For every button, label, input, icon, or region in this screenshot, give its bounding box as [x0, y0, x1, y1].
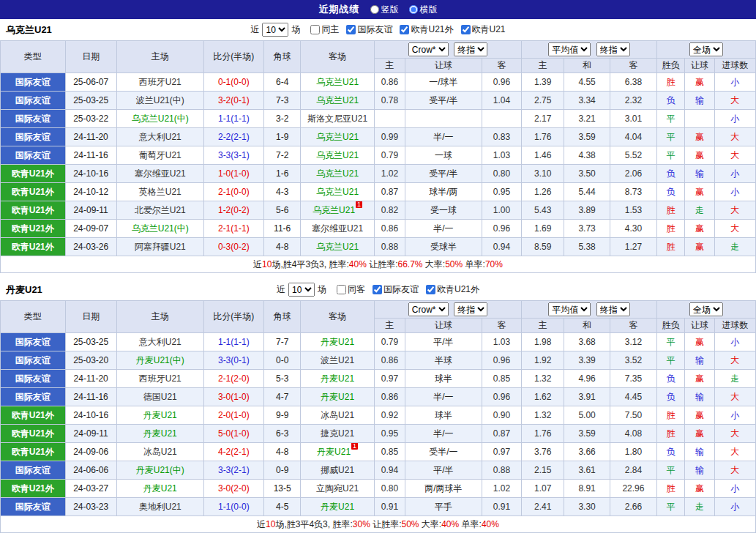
away-team-name[interactable]: 丹麦U21	[301, 388, 375, 406]
home-team-name[interactable]: 丹麦U21(中)	[116, 351, 203, 370]
filter-checkbox[interactable]: 欧青U21外	[426, 283, 479, 296]
home-team-name[interactable]: 波兰U21(中)	[116, 92, 203, 110]
filter-checkbox[interactable]: 欧青U21	[461, 23, 506, 36]
checkbox-input[interactable]	[310, 25, 320, 34]
summary-value: 10	[266, 519, 275, 529]
summary-text: 近10场,胜3平4负3, 胜率:30% 让胜率:50% 大率:40% 单率:40…	[257, 519, 499, 529]
handicap-away-odds: 0.96	[482, 351, 521, 370]
average-stage-select[interactable]: 终指	[596, 302, 630, 316]
period-select[interactable]: 全场	[689, 302, 723, 316]
away-team-name[interactable]: 斯洛文尼亚U21	[301, 110, 375, 128]
filter-checkbox[interactable]: 欧青U21外	[400, 23, 453, 36]
checkbox-input[interactable]	[337, 285, 346, 294]
corner-score: 7-2	[264, 146, 301, 165]
away-team-name[interactable]: 捷克U21	[301, 425, 375, 443]
period-select[interactable]: 全场	[689, 42, 723, 56]
result-win-draw-loss: 平	[657, 146, 685, 165]
handicap-home-odds: 0.95	[374, 425, 405, 443]
layout-radio-vertical-label: 竖版	[381, 4, 399, 16]
filter-prefix-label: 近	[277, 283, 285, 296]
handicap-home-odds: 0.82	[374, 201, 405, 220]
away-team-name[interactable]: 乌克兰U21	[301, 146, 375, 165]
away-team-name[interactable]: 立陶宛U21	[301, 480, 375, 498]
match-score: 3-2(0-1)	[203, 92, 263, 110]
home-team-name[interactable]: 北爱尔兰U21	[116, 201, 203, 220]
away-team-name[interactable]: 冰岛U21	[301, 406, 375, 425]
away-team-name[interactable]: 乌克兰U211	[301, 201, 375, 220]
layout-radio-vertical[interactable]: 竖版	[370, 4, 399, 16]
odds-stage-select[interactable]: 终指	[454, 302, 487, 316]
average-select[interactable]: 平均值	[548, 42, 591, 56]
bookmaker-select[interactable]: Crow*	[408, 302, 449, 316]
match-count-select[interactable]: 10	[288, 283, 315, 297]
home-team-name[interactable]: 丹麦U21	[116, 406, 203, 425]
avg-away-odds: 2.66	[610, 498, 656, 516]
match-row: 国际友谊24-06-06丹麦U21(中)3-3(2-1)0-9挪威U210.94…	[1, 461, 756, 480]
checkbox-input[interactable]	[346, 25, 356, 34]
result-win-draw-loss: 负	[657, 443, 685, 461]
match-date: 24-06-06	[65, 461, 116, 480]
home-team-name[interactable]: 英格兰U21	[116, 183, 203, 201]
away-team-name[interactable]: 乌克兰U21	[301, 73, 375, 92]
home-team-name[interactable]: 乌克兰U21(中)	[116, 110, 203, 128]
match-rows: 国际友谊25-06-07西班牙U210-1(0-0)6-4乌克兰U210.86一…	[1, 73, 756, 256]
filter-checkboxes: 同主国际友谊欧青U21外欧青U21	[303, 23, 505, 36]
summary-value: 40%	[441, 519, 459, 529]
home-team-name[interactable]: 冰岛U21	[116, 443, 203, 461]
avg-away-odds: 4.08	[610, 425, 656, 443]
average-select[interactable]: 平均值	[548, 302, 591, 316]
away-team-name[interactable]: 乌克兰U21	[301, 92, 375, 110]
result-goals: 小	[714, 333, 755, 351]
home-team-name[interactable]: 阿塞拜疆U21	[116, 238, 203, 256]
home-team-name[interactable]: 西班牙U21	[116, 370, 203, 388]
away-team-name[interactable]: 波兰U21	[301, 351, 375, 370]
away-team-name[interactable]: 乌克兰U21	[301, 165, 375, 183]
handicap-home-odds: 0.78	[374, 92, 405, 110]
home-team-name[interactable]: 乌克兰U21(中)	[116, 220, 203, 238]
away-team-name[interactable]: 挪威U21	[301, 461, 375, 480]
checkbox-input[interactable]	[426, 285, 435, 294]
match-row: 欧青U21外24-10-16塞尔维亚U211-0(1-0)1-6乌克兰U211.…	[1, 165, 756, 183]
away-team-name[interactable]: 丹麦U21	[301, 370, 375, 388]
away-team-name[interactable]: 塞尔维亚U21	[301, 220, 375, 238]
avg-away-odds: 3.52	[610, 351, 656, 370]
home-team-name[interactable]: 丹麦U21(中)	[116, 461, 203, 480]
away-team-name[interactable]: 乌克兰U21	[301, 238, 375, 256]
checkbox-input[interactable]	[400, 25, 409, 34]
result-goals: 小	[714, 73, 755, 92]
match-count-select[interactable]: 10	[262, 23, 288, 37]
checkbox-input[interactable]	[461, 25, 471, 34]
home-team-name[interactable]: 丹麦U21	[116, 480, 203, 498]
home-team-name[interactable]: 西班牙U21	[116, 73, 203, 92]
average-stage-select[interactable]: 终指	[596, 42, 630, 56]
away-team-name[interactable]: 丹麦U211	[301, 443, 375, 461]
layout-radio-input[interactable]	[409, 5, 418, 14]
away-team-name[interactable]: 乌克兰U21	[301, 128, 375, 146]
home-team-name[interactable]: 德国U21	[116, 388, 203, 406]
home-team-name[interactable]: 意大利U21	[116, 333, 203, 351]
filter-checkbox[interactable]: 国际友谊	[373, 283, 419, 296]
result-handicap: 赢	[685, 183, 714, 201]
layout-radio-horizontal[interactable]: 横版	[409, 4, 438, 16]
layout-radio-input[interactable]	[370, 5, 379, 14]
filter-checkbox[interactable]: 国际友谊	[346, 23, 392, 36]
home-team-name[interactable]: 丹麦U21	[116, 425, 203, 443]
odds-stage-select[interactable]: 终指	[454, 42, 487, 56]
home-team-name[interactable]: 塞尔维亚U21	[116, 165, 203, 183]
away-team-name[interactable]: 丹麦U21	[301, 333, 375, 351]
handicap-away-odds: 0.96	[482, 73, 521, 92]
home-team-name[interactable]: 意大利U21	[116, 128, 203, 146]
away-team-name[interactable]: 乌克兰U21	[301, 183, 375, 201]
filter-checkbox[interactable]: 同主	[310, 23, 339, 36]
bookmaker-select[interactable]: Crow*	[408, 42, 449, 56]
home-team-name[interactable]: 奥地利U21	[116, 498, 203, 516]
home-team-name[interactable]: 葡萄牙U21	[116, 146, 203, 165]
away-team-name[interactable]: 丹麦U21	[301, 498, 375, 516]
match-row: 国际友谊24-11-20西班牙U212-1(2-0)5-3丹麦U210.97球半…	[1, 370, 756, 388]
handicap-line: 受一球	[405, 201, 482, 220]
match-score: 2-1(1-1)	[203, 220, 263, 238]
checkbox-input[interactable]	[373, 285, 382, 294]
avg-draw-odds: 3.68	[564, 333, 610, 351]
filter-checkbox[interactable]: 同客	[337, 283, 365, 296]
match-type: 国际友谊	[1, 333, 66, 351]
